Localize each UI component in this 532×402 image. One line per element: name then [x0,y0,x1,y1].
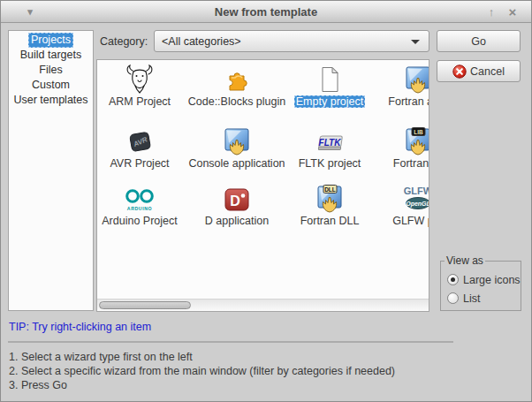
sidebar-item-build-targets[interactable]: Build targets [9,48,93,63]
radio-button-icon[interactable] [447,274,459,285]
sidebar-item-projects[interactable]: Projects [9,33,93,48]
svg-text:FLTK: FLTK [319,138,342,148]
blank-page-icon [315,65,344,94]
radio-large-icons[interactable]: Large icons [447,270,521,289]
d-language-icon: D [223,186,251,213]
template-item-fortran-lib[interactable]: LIB Fortran lib [361,124,429,170]
category-dropdown[interactable]: <All categories> [154,30,429,52]
fortran-window-shell-icon [404,65,429,94]
go-button[interactable]: Go [437,30,521,52]
glfw-opengl-logo-icon: GLFW OpenGL [399,185,429,213]
window-menu-icon[interactable]: ▾ [20,1,40,23]
fortran-dll-shell-icon: DLL [315,185,344,213]
svg-text:D: D [230,193,240,209]
sidebar-item-user-templates[interactable]: User templates [9,93,93,108]
cancel-red-x-icon [452,64,467,79]
template-item-label-selected: Empty project [294,95,365,108]
category-label: Category: [100,35,148,48]
svg-text:DLL: DLL [324,186,336,193]
radio-button-icon[interactable] [447,292,459,304]
category-selected-value: <All categories> [162,35,241,48]
svg-text:LIB: LIB [414,129,423,135]
chevron-down-icon [411,40,420,44]
view-as-legend: View as [445,254,485,267]
gnu-head-icon [124,64,156,94]
fltk-logo-icon: FLTK [314,133,346,155]
template-item-label: D application [205,215,269,227]
view-as-groupbox: View as Large icons List [440,254,521,311]
svg-text:ARDUINO: ARDUINO [127,206,152,211]
instruction-step-1: 1. Select a wizard type first on the lef… [9,351,504,363]
template-item-label: Console application [188,157,285,170]
instruction-step-3: 3. Press Go [9,379,504,391]
horizontal-scrollbar[interactable] [97,299,429,311]
close-window-icon[interactable]: × [503,1,522,23]
horizontal-scrollbar-thumb[interactable] [99,301,191,309]
svg-text:GLFW: GLFW [404,186,429,196]
template-item-label: ARM Project [109,95,171,108]
radio-list[interactable]: List [447,289,521,307]
template-item-fortran-application[interactable]: Fortran appl [361,62,429,108]
svg-text:OpenGL: OpenGL [406,201,429,208]
template-item-label: Code::Blocks plugin [188,95,285,108]
instruction-step-2: 2. Select a specific wizard from the mai… [9,365,504,377]
arduino-logo-icon: ARDUINO [121,188,158,213]
sidebar-item-custom[interactable]: Custom [9,78,93,93]
shade-window-icon[interactable]: ↑ [482,1,501,23]
separator-line [8,341,453,343]
new-from-template-dialog: New from template ▾ ↑ × Projects Build t… [0,0,532,402]
avr-chip-icon: AVR [125,127,154,155]
template-item-glfw-project[interactable]: GLFW OpenGL GLFW pro [361,181,429,227]
template-grid-panel: ARM Project Code::Blocks plugin Empty pr… [96,59,429,312]
template-item-label: Arduino Project [102,215,177,227]
titlebar[interactable]: New from template ▾ ↑ × [1,1,531,23]
template-item-label: GLFW pro [392,215,429,227]
wizard-type-list: Projects Build targets Files Custom User… [8,30,94,311]
sidebar-item-files[interactable]: Files [9,63,93,78]
tip-text: TIP: Try right-clicking an item [9,321,151,333]
window-title: New from template [1,5,531,19]
template-item-label: AVR Project [110,157,169,170]
template-item-label: Fortran DLL [300,215,360,227]
puzzle-piece-icon [223,65,251,94]
template-item-label: Fortran appl [388,95,429,108]
fortran-lib-shell-icon: LIB [404,127,429,155]
template-item-label: FLTK project [299,157,361,170]
console-window-shell-icon [223,127,251,155]
cancel-button[interactable]: Cancel [437,60,521,82]
template-item-label: Fortran lib [393,157,429,170]
